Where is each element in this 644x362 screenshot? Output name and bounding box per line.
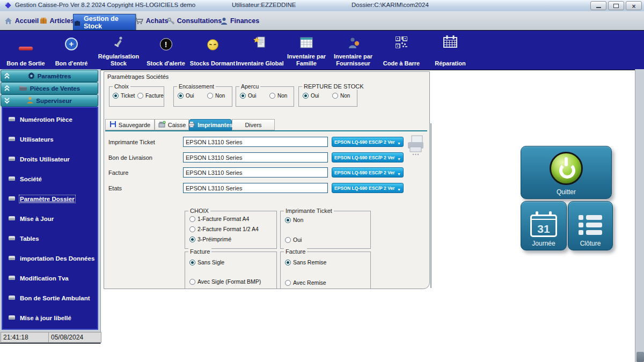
star-document-icon bbox=[253, 36, 266, 50]
folder-icon bbox=[19, 85, 27, 92]
sidebar-item-utilisateurs[interactable]: Utilisateurs bbox=[8, 135, 54, 144]
titlebar: Gestion Caisse-Pro Ver 8.2 2024 Copyrigh… bbox=[0, 0, 644, 12]
sidebar-section-superviseur[interactable]: Superviseur bbox=[1, 94, 98, 107]
printer-icon-large[interactable] bbox=[406, 135, 425, 160]
app-window: Gestion Caisse-Pro Ver 8.2 2024 Copyrigh… bbox=[0, 0, 644, 362]
toolbar-regularisation-stock[interactable]: Régularisation Stock bbox=[93, 33, 144, 67]
toolbar-stocks-dormant[interactable]: Stocks Dormant bbox=[187, 33, 238, 67]
tab-consultations[interactable]: Consultations bbox=[169, 11, 220, 30]
sidebar-item-societe[interactable]: Société bbox=[8, 174, 42, 184]
radio-sans-sigle[interactable]: Sans Sigle bbox=[189, 259, 224, 265]
sweeper-icon bbox=[112, 36, 125, 50]
sidebar-item-tables[interactable]: Tables bbox=[8, 234, 39, 243]
tab-finances[interactable]: Finances bbox=[221, 11, 259, 30]
radio-sans-remise[interactable]: Sans Remise bbox=[285, 259, 326, 265]
radio-preimprime[interactable]: 3-Préimprimé bbox=[189, 236, 231, 242]
toolbar-code-a-barre[interactable]: Code à Barre bbox=[376, 33, 427, 67]
floppy-icon bbox=[109, 121, 116, 129]
dropdown-etats[interactable]: EPSON LQ-590 ESC/P 2 Ver bbox=[332, 183, 404, 193]
close-icon bbox=[632, 1, 635, 11]
chevron-down-icon[interactable] bbox=[1, 97, 13, 104]
cash-register-icon bbox=[158, 121, 166, 129]
sidebar: Paramètres Pièces de Ventes Superviseur bbox=[0, 69, 101, 344]
radio-facture[interactable]: Facture bbox=[137, 93, 164, 99]
cloture-button[interactable]: Clôture bbox=[568, 201, 613, 250]
calendar-icon: 31 bbox=[530, 215, 557, 237]
group-facture-remise: Facture Sans Remise Avec Remise bbox=[280, 252, 371, 289]
status-date: 05/08/2024 bbox=[48, 332, 101, 343]
tab-sauvegarde[interactable]: Sauvegarde bbox=[105, 119, 155, 130]
toolbar-bon-de-sortie[interactable]: Bon de Sortie bbox=[0, 33, 52, 67]
chevron-up-icon[interactable] bbox=[1, 85, 13, 92]
minus-icon bbox=[19, 47, 33, 50]
radio-ticket[interactable]: Ticket bbox=[113, 93, 135, 99]
radio-avec-remise[interactable]: Avec Remise bbox=[285, 279, 326, 286]
tab-underline bbox=[105, 130, 427, 131]
tab-articles[interactable]: Articles bbox=[41, 11, 73, 30]
tab-caisse[interactable]: Caisse bbox=[155, 119, 189, 130]
close-button[interactable] bbox=[626, 1, 642, 10]
toolbar-stock-dalerte[interactable]: Stock d'alerte bbox=[140, 33, 192, 67]
menu-item-icon bbox=[8, 214, 16, 224]
input-bon-de-livraison[interactable] bbox=[183, 152, 328, 162]
restore-button[interactable] bbox=[608, 1, 624, 10]
plus-icon bbox=[65, 38, 78, 50]
radio-ticket-oui[interactable]: Oui bbox=[285, 237, 302, 243]
radio-apercu-non[interactable]: Non bbox=[269, 93, 287, 99]
sidebar-item-bon-de-sortie-ambulant[interactable]: Bon de Sortie Ambulant bbox=[8, 293, 90, 303]
tab-divers[interactable]: Divers bbox=[232, 119, 275, 130]
radio-encaissement-oui[interactable]: Oui bbox=[178, 93, 194, 99]
quitter-button[interactable]: Quitter bbox=[521, 146, 612, 199]
radio-avec-sigle[interactable]: Avec Sigle (Format BMP) bbox=[189, 278, 261, 285]
tab-accueil[interactable]: Accueil bbox=[4, 11, 39, 30]
dropdown-facture[interactable]: EPSON LQ-590 ESC/P 2 Ver bbox=[332, 167, 404, 178]
radio-ticket-non[interactable]: Non bbox=[285, 217, 303, 223]
nav-tabbar: Accueil Articles Gestion de Stock Achats… bbox=[0, 11, 644, 30]
input-facture[interactable] bbox=[183, 167, 328, 178]
menu-item-icon bbox=[8, 135, 16, 144]
calendar-grid-icon bbox=[443, 35, 458, 50]
sidebar-item-droits-utilisateur[interactable]: Droits Utilisateur bbox=[8, 154, 70, 164]
sidebar-item-mise-a-jour-libelle[interactable]: Mise à jour libellé bbox=[8, 313, 71, 323]
group-imprimante-ticket: Imprimante Ticket Non Oui bbox=[280, 211, 371, 249]
radio-facture-demi-a4[interactable]: 2-Facture Format 1/2 A4 bbox=[189, 226, 259, 232]
toolbar-inventaire-global[interactable]: Inventaire Global bbox=[234, 33, 286, 67]
dropdown-imprimante-ticket[interactable]: EPSON LQ-590 ESC/P 2 Ver bbox=[332, 137, 404, 147]
titlebar-folder: Dossier:C:\KARIM\com2024 bbox=[352, 2, 429, 8]
sidebar-item-modification-tva[interactable]: Modification Tva bbox=[8, 274, 69, 283]
radio-facture-a4[interactable]: 1-Facture Format A4 bbox=[189, 216, 249, 222]
radio-apercu-oui[interactable]: Oui bbox=[240, 93, 257, 99]
toolbar-inventaire-par-famille[interactable]: Inventaire par Famille bbox=[281, 33, 332, 67]
minimize-button[interactable] bbox=[590, 1, 606, 10]
toolbar-bon-dentre[interactable]: Bon d'entré bbox=[46, 33, 97, 67]
cart-icon bbox=[135, 17, 143, 25]
sidebar-section-parametres[interactable]: Paramètres bbox=[1, 70, 98, 82]
window-controls bbox=[590, 1, 642, 10]
radio-repture-oui[interactable]: Oui bbox=[303, 93, 319, 99]
gear-icon bbox=[28, 72, 35, 80]
stock-toolbar: Bon de Sortie Bon d'entré Régularisation… bbox=[0, 30, 644, 70]
tab-achats[interactable]: Achats bbox=[135, 11, 167, 30]
parametrages-panel: Paramètrages Sociétés Choix Ticket Factu… bbox=[104, 71, 430, 289]
input-etats[interactable] bbox=[183, 183, 328, 193]
toolbar-reparation[interactable]: Réparation bbox=[425, 33, 476, 67]
panel-scroll-edge[interactable] bbox=[430, 123, 431, 288]
sidebar-item-mise-a-jour[interactable]: Mise à Jour bbox=[8, 214, 54, 224]
journee-button[interactable]: 31 Journée bbox=[521, 201, 567, 250]
chevron-down-icon bbox=[397, 153, 401, 162]
radio-encaissement-non[interactable]: Non bbox=[207, 93, 225, 99]
sidebar-section-pieces-de-ventes[interactable]: Pièces de Ventes bbox=[1, 82, 98, 94]
radio-repture-non[interactable]: Non bbox=[332, 93, 350, 99]
tab-imprimantes[interactable]: Imprimantes bbox=[189, 119, 232, 131]
statusbar: 21:41:18 05/08/2024 bbox=[0, 331, 100, 344]
chevron-up-icon[interactable] bbox=[1, 72, 13, 79]
sidebar-item-parametre-dossier[interactable]: Paramètre Dossier bbox=[8, 194, 75, 204]
menu-item-icon bbox=[8, 313, 16, 323]
label-imprimante-ticket: Imprimante Ticket bbox=[108, 139, 155, 145]
tab-gestion-de-stock[interactable]: Gestion de Stock bbox=[73, 14, 136, 31]
dropdown-bon-de-livraison[interactable]: EPSON LQ-590 ESC/P 2 Ver bbox=[332, 152, 404, 162]
toolbar-inventaire-par-fournisseur[interactable]: Inventaire par Fournisseur bbox=[327, 33, 379, 67]
input-imprimante-ticket[interactable] bbox=[183, 137, 328, 147]
sidebar-item-importation-des-donnees[interactable]: importation Des Données bbox=[8, 254, 94, 263]
sidebar-item-numerotion-piece[interactable]: Numérotion Pièce bbox=[8, 115, 72, 124]
